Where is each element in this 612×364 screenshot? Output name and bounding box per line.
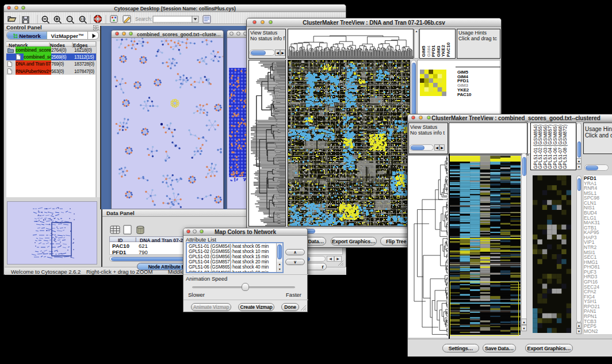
svg-text:Search:: Search: (135, 16, 152, 22)
svg-text:PAC10: PAC10 (446, 42, 451, 57)
svg-text:GPL51-08 (GSM872): GPL51-08 (GSM872) (563, 124, 568, 169)
svg-text:1:1: 1:1 (80, 17, 84, 21)
